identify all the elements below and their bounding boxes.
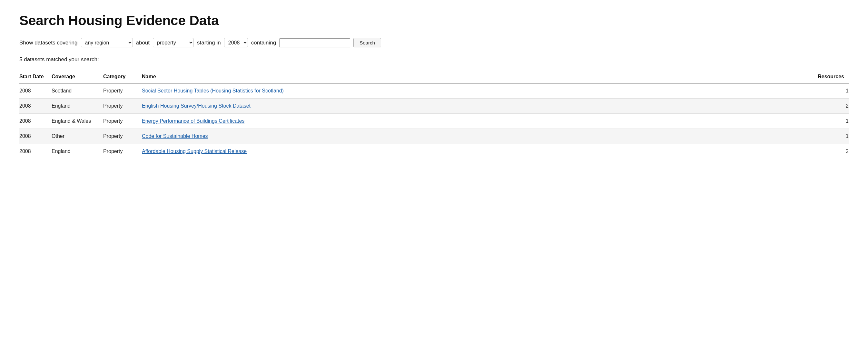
- dataset-link[interactable]: Social Sector Housing Tables (Housing St…: [142, 88, 284, 94]
- cell-resources: 2: [813, 144, 849, 159]
- show-label: Show datasets covering: [19, 40, 78, 46]
- cell-name: Energy Performance of Buildings Certific…: [142, 114, 813, 129]
- region-select[interactable]: any regionEnglandScotlandWalesEngland & …: [81, 38, 133, 47]
- cell-name: Code for Sustainable Homes: [142, 129, 813, 144]
- cell-category: Property: [103, 144, 142, 159]
- datasets-table: Start Date Coverage Category Name Resour…: [19, 71, 849, 159]
- starting-label: starting in: [197, 40, 221, 46]
- cell-start-date: 2008: [19, 99, 52, 114]
- col-header-resources: Resources: [813, 71, 849, 83]
- cell-category: Property: [103, 114, 142, 129]
- col-header-start-date: Start Date: [19, 71, 52, 83]
- cell-coverage: England & Wales: [52, 114, 103, 129]
- search-form: Show datasets covering any regionEngland…: [19, 38, 849, 47]
- cell-resources: 1: [813, 129, 849, 144]
- page-title: Search Housing Evidence Data: [19, 13, 849, 28]
- about-label: about: [136, 40, 150, 46]
- year-select[interactable]: 20082009201020112012201320142015: [224, 38, 248, 47]
- cell-category: Property: [103, 99, 142, 114]
- cell-resources: 1: [813, 83, 849, 99]
- table-row: 2008EnglandPropertyEnglish Housing Surve…: [19, 99, 849, 114]
- dataset-link[interactable]: Energy Performance of Buildings Certific…: [142, 118, 244, 124]
- cell-coverage: Scotland: [52, 83, 103, 99]
- cell-start-date: 2008: [19, 144, 52, 159]
- table-row: 2008England & WalesPropertyEnergy Perfor…: [19, 114, 849, 129]
- dataset-link[interactable]: Affordable Housing Supply Statistical Re…: [142, 148, 247, 154]
- cell-resources: 1: [813, 114, 849, 129]
- cell-coverage: Other: [52, 129, 103, 144]
- cell-name: English Housing Survey/Housing Stock Dat…: [142, 99, 813, 114]
- dataset-link[interactable]: English Housing Survey/Housing Stock Dat…: [142, 103, 251, 109]
- table-row: 2008OtherPropertyCode for Sustainable Ho…: [19, 129, 849, 144]
- about-select[interactable]: propertyplanningeconomyenvironment: [153, 38, 194, 47]
- containing-label: containing: [251, 40, 276, 46]
- containing-input[interactable]: [279, 38, 350, 47]
- cell-name: Social Sector Housing Tables (Housing St…: [142, 83, 813, 99]
- cell-category: Property: [103, 83, 142, 99]
- cell-start-date: 2008: [19, 83, 52, 99]
- cell-start-date: 2008: [19, 114, 52, 129]
- cell-start-date: 2008: [19, 129, 52, 144]
- table-row: 2008ScotlandPropertySocial Sector Housin…: [19, 83, 849, 99]
- cell-name: Affordable Housing Supply Statistical Re…: [142, 144, 813, 159]
- col-header-name: Name: [142, 71, 813, 83]
- cell-coverage: England: [52, 99, 103, 114]
- cell-resources: 2: [813, 99, 849, 114]
- col-header-coverage: Coverage: [52, 71, 103, 83]
- cell-category: Property: [103, 129, 142, 144]
- search-button[interactable]: Search: [353, 38, 381, 47]
- results-count: 5 datasets matched your search:: [19, 57, 849, 63]
- dataset-link[interactable]: Code for Sustainable Homes: [142, 133, 208, 139]
- cell-coverage: England: [52, 144, 103, 159]
- table-row: 2008EnglandPropertyAffordable Housing Su…: [19, 144, 849, 159]
- col-header-category: Category: [103, 71, 142, 83]
